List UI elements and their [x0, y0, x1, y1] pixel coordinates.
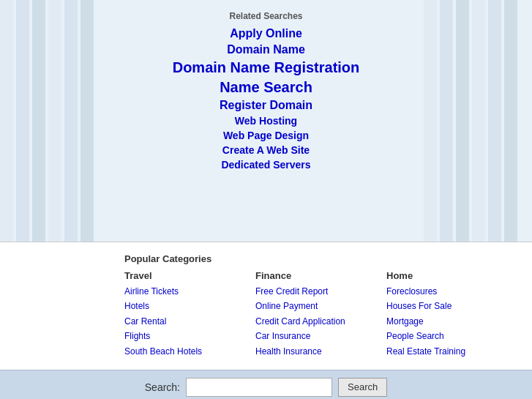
category-col-0: TravelAirline TicketsHotelsCar RentalFli…	[124, 270, 255, 359]
top-section: Related Searches Apply OnlineDomain Name…	[0, 0, 532, 242]
category-link-1-0[interactable]: Free Credit Report	[255, 284, 386, 299]
related-link-3[interactable]: Name Search	[117, 79, 415, 96]
related-link-0[interactable]: Apply Online	[117, 27, 415, 40]
category-link-1-1[interactable]: Online Payment	[255, 299, 386, 313]
category-link-2-2[interactable]: Mortgage	[386, 314, 517, 329]
category-link-1-2[interactable]: Credit Card Application	[255, 314, 386, 329]
category-header-0: Travel	[124, 270, 255, 281]
related-link-2[interactable]: Domain Name Registration	[117, 59, 415, 76]
category-link-2-3[interactable]: People Search	[386, 329, 517, 343]
related-link-5[interactable]: Web Hosting	[117, 115, 415, 127]
category-col-2: HomeForeclosuresHouses For SaleMortgageP…	[386, 270, 517, 359]
popular-categories-title: Popular Categories	[124, 253, 517, 264]
related-link-6[interactable]: Web Page Design	[117, 130, 415, 141]
category-link-1-4[interactable]: Health Insurance	[255, 344, 386, 359]
category-link-2-4[interactable]: Real Estate Training	[386, 344, 517, 359]
related-searches-content: Related Searches Apply OnlineDomain Name…	[0, 7, 532, 177]
category-header-1: Finance	[255, 270, 386, 281]
categories-grid: TravelAirline TicketsHotelsCar RentalFli…	[124, 270, 517, 359]
related-link-4[interactable]: Register Domain	[117, 99, 415, 112]
category-link-0-4[interactable]: South Beach Hotels	[124, 344, 255, 359]
related-links-container: Apply OnlineDomain NameDomain Name Regis…	[117, 27, 415, 171]
category-header-2: Home	[386, 270, 517, 281]
category-link-0-0[interactable]: Airline Tickets	[124, 284, 255, 299]
related-link-1[interactable]: Domain Name	[117, 43, 415, 56]
category-link-0-1[interactable]: Hotels	[124, 299, 255, 313]
category-link-2-1[interactable]: Houses For Sale	[386, 299, 517, 313]
category-link-0-2[interactable]: Car Rental	[124, 314, 255, 329]
category-link-1-3[interactable]: Car Insurance	[255, 329, 386, 343]
search-button[interactable]: Search	[338, 378, 387, 397]
related-link-8[interactable]: Dedicated Servers	[117, 159, 415, 171]
category-link-2-0[interactable]: Foreclosures	[386, 284, 517, 299]
category-link-0-3[interactable]: Flights	[124, 329, 255, 343]
search-label: Search:	[145, 381, 180, 393]
related-link-7[interactable]: Create A Web Site	[117, 144, 415, 156]
search-bar: Search: Search	[0, 370, 532, 399]
category-col-1: FinanceFree Credit ReportOnline PaymentC…	[255, 270, 386, 359]
page-wrapper: Related Searches Apply OnlineDomain Name…	[0, 0, 532, 399]
search-input[interactable]	[186, 378, 332, 397]
related-searches-title: Related Searches	[117, 11, 415, 21]
bottom-section: Popular Categories TravelAirline Tickets…	[0, 242, 532, 370]
